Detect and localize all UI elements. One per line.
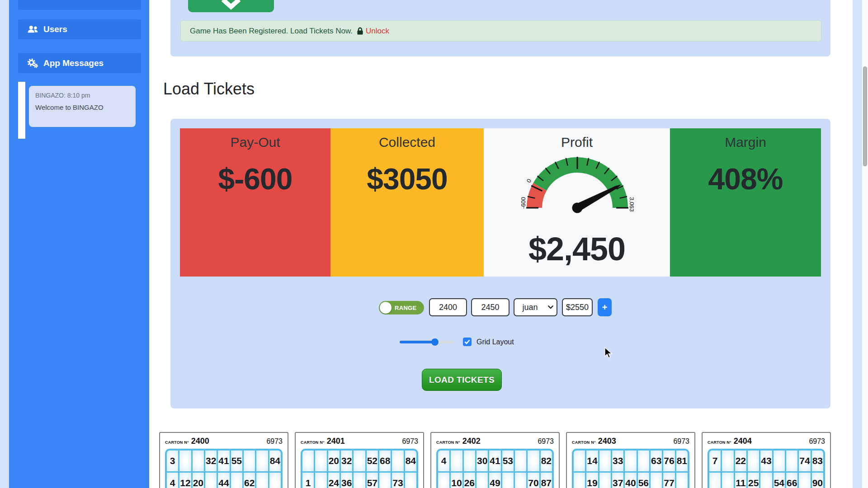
bingo-cell <box>244 450 255 471</box>
carton-prefix: CARTON N° <box>436 440 460 445</box>
bingo-cell: 76 <box>663 450 675 471</box>
bingo-cell <box>464 450 475 471</box>
unlock-link[interactable]: Unlock <box>366 27 389 36</box>
gauge-max-label: 3,063 <box>628 197 634 212</box>
carton-number: 2404 <box>734 436 752 446</box>
load-tickets-button[interactable]: LOAD TICKETS <box>422 369 502 391</box>
bingo-cell: 62 <box>244 473 255 488</box>
bingo-cell <box>651 473 662 488</box>
bingo-cell <box>392 450 403 471</box>
bingo-cell: 56 <box>638 473 649 488</box>
bingo-cell <box>179 450 191 471</box>
page-title: Load Tickets <box>163 80 255 99</box>
bingo-cell: 68 <box>379 450 391 471</box>
bingo-cell <box>476 473 488 488</box>
sidebar: Users App Messages BINGAZO: 8:10 pm Welc… <box>9 0 149 488</box>
sidebar-item-partial[interactable] <box>18 0 141 10</box>
bingo-cell <box>379 473 391 488</box>
ticket-from-input[interactable] <box>429 298 467 316</box>
payout-value: $-600 <box>180 162 330 196</box>
bingo-cell <box>502 473 514 488</box>
bingo-cell: 53 <box>502 450 514 471</box>
carton-code: 6973 <box>402 437 418 446</box>
bingo-card-header: CARTON N° 2402 6973 <box>436 436 554 446</box>
bingo-cell <box>354 450 365 471</box>
bingo-cell: 84 <box>269 450 281 471</box>
bingo-cell <box>748 450 759 471</box>
scrollbar-thumb[interactable] <box>863 66 867 166</box>
bingo-card-2404[interactable]: CARTON N° 2404 6973 7224374831125546690 <box>702 432 831 488</box>
bingo-cell: 30 <box>476 450 488 471</box>
bingo-cell <box>515 450 526 471</box>
margin-stat: Margin 408% <box>670 128 821 277</box>
ticket-to-input[interactable] <box>471 298 509 316</box>
bingo-cell <box>315 450 326 471</box>
add-button[interactable]: + <box>598 298 612 316</box>
bingo-cell <box>574 450 585 471</box>
bingo-cell: 10 <box>451 473 462 488</box>
carton-number: 2403 <box>598 436 616 446</box>
sidebar-item-app-messages[interactable]: App Messages <box>18 53 141 73</box>
bingo-cell <box>256 473 268 488</box>
gauge-zero-label: 0 <box>525 178 533 183</box>
bingo-cell: 40 <box>625 473 636 488</box>
bingo-grid: 4304153821026497087 <box>436 449 554 488</box>
payout-stat: Pay-Out $-600 <box>180 128 330 277</box>
sidebar-item-users[interactable]: Users <box>18 19 141 39</box>
scrollbar-track[interactable] <box>862 0 868 488</box>
bingo-cell: 87 <box>541 473 552 488</box>
bingo-cell <box>638 450 649 471</box>
collected-value: $3050 <box>330 162 484 196</box>
bingo-card-2400[interactable]: CARTON N° 2400 6973 332415584412204462 <box>159 432 288 488</box>
bingo-cell <box>354 473 365 488</box>
bingo-cell: 54 <box>774 473 785 488</box>
range-toggle[interactable]: RANGE <box>379 301 424 314</box>
bingo-cell: 49 <box>489 473 500 488</box>
bingo-cell <box>786 450 797 471</box>
bingo-cell: 83 <box>812 450 823 471</box>
bingo-cell <box>405 473 416 488</box>
page: Users App Messages BINGAZO: 8:10 pm Welc… <box>0 0 868 488</box>
users-icon <box>27 25 38 34</box>
bingo-cell <box>709 473 721 488</box>
bingo-cell: 26 <box>464 473 475 488</box>
bingo-card-2402[interactable]: CARTON N° 2402 6973 4304153821026497087 <box>430 432 560 488</box>
bingo-cell <box>315 473 326 488</box>
confirm-button[interactable] <box>188 0 274 12</box>
slider-thumb[interactable] <box>431 338 439 346</box>
carton-prefix: CARTON N° <box>572 440 596 445</box>
bingo-grid: 2032526884124365773 <box>301 449 418 488</box>
bingo-card-2401[interactable]: CARTON N° 2401 6973 2032526884124365773 <box>295 432 424 488</box>
price-input[interactable] <box>562 298 593 316</box>
bingo-card-2403[interactable]: CARTON N° 2403 6973 14336376811937405677 <box>566 432 695 488</box>
carton-code: 6973 <box>809 437 825 446</box>
bingo-cell <box>799 473 810 488</box>
profit-gauge: -600 0 3,063 <box>521 154 634 221</box>
bingo-cell: 77 <box>663 473 675 488</box>
bingo-cell <box>451 450 462 471</box>
bingo-cell: 84 <box>405 450 416 471</box>
grid-layout-checkbox[interactable] <box>463 338 472 346</box>
bingo-cell: 24 <box>328 473 340 488</box>
bingo-cell: 20 <box>328 450 340 471</box>
sidebar-item-label: App Messages <box>43 58 104 68</box>
bingo-cell <box>722 473 733 488</box>
bingo-cell: 43 <box>760 450 772 471</box>
app-message-item: BINGAZO: 8:10 pm Welcome to BINGAZO <box>29 86 136 127</box>
bingo-cell: 20 <box>193 473 204 488</box>
bingo-grid: 332415584412204462 <box>165 449 283 488</box>
seller-select[interactable]: juan <box>514 298 557 316</box>
profit-value: $2,450 <box>484 230 670 267</box>
size-slider[interactable] <box>400 341 454 343</box>
load-tickets-panel: Pay-Out $-600 Collected $3050 Profit -60… <box>170 119 830 408</box>
carton-prefix: CARTON N° <box>165 440 189 445</box>
bingo-cell: 22 <box>735 450 746 471</box>
payout-label: Pay-Out <box>180 135 330 150</box>
bingo-cell <box>231 473 242 488</box>
bingo-cell <box>256 450 268 471</box>
carton-number: 2401 <box>327 436 345 446</box>
carton-code: 6973 <box>266 437 283 446</box>
bingo-cell: 66 <box>786 473 797 488</box>
bingo-card-header: CARTON N° 2403 6973 <box>572 436 689 446</box>
bingo-cell <box>760 473 772 488</box>
